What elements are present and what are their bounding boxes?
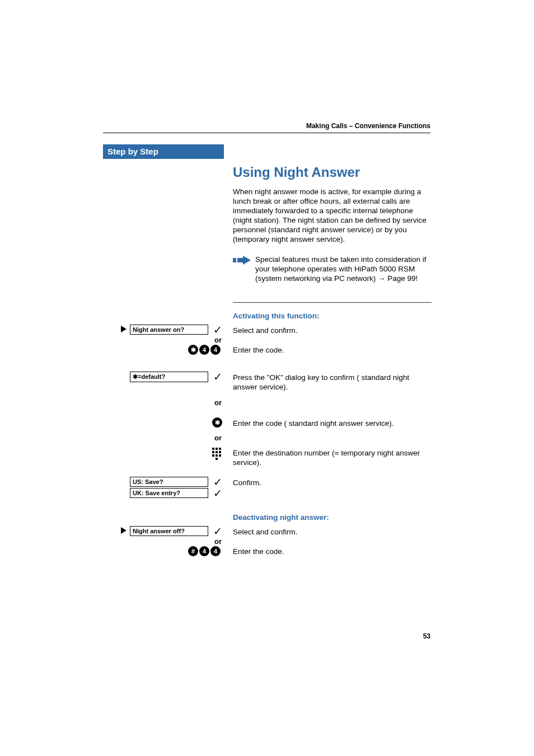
or-label-2: or (214, 398, 222, 407)
check-icon: ✓ (213, 477, 222, 487)
key-sequence-hash-4-4: # 4 4 (188, 546, 221, 556)
running-header: Making Calls – Convenience Functions (306, 122, 430, 130)
or-label-1: or (214, 336, 222, 344)
header-rule (103, 133, 430, 133)
svg-marker-2 (243, 256, 251, 265)
key-4: 4 (199, 345, 209, 355)
svg-marker-4 (121, 527, 127, 534)
key-4: 4 (210, 345, 221, 355)
section-title: Using Night Answer (233, 165, 360, 180)
text-select-confirm-1: Select and confirm. (233, 326, 432, 335)
text-select-confirm-2: Select and confirm. (233, 527, 432, 537)
check-icon: ✓ (213, 325, 222, 335)
text-press-ok: Press the "OK" dialog key to confirm ( s… (233, 373, 432, 392)
text-enter-code-standard: Enter the code ( standard night answer s… (233, 419, 432, 428)
note-box: Special features must be taken into cons… (233, 255, 432, 283)
check-icon: ✓ (213, 488, 222, 499)
page-number: 53 (423, 632, 430, 640)
activating-heading: Activating this function: (233, 312, 320, 320)
note-arrow-icon (233, 256, 251, 265)
key-star: ✱ (188, 345, 198, 355)
or-label-3: or (214, 434, 222, 442)
svg-marker-3 (121, 326, 127, 332)
deactivating-heading: Deactivating night answer: (233, 513, 329, 522)
display-us-save: US: Save? (130, 477, 208, 487)
text-enter-destination: Enter the destination number (= temporar… (233, 448, 432, 467)
display-uk-save: UK: Save entry? (130, 488, 208, 498)
svg-rect-0 (233, 258, 236, 262)
step-by-step-banner: Step by Step (103, 144, 224, 159)
key-4: 4 (199, 546, 209, 556)
display-default: ✱=default? (130, 372, 208, 382)
cursor-icon (121, 527, 127, 534)
cursor-icon (121, 326, 127, 332)
svg-rect-1 (237, 258, 243, 262)
or-label-4: or (214, 537, 222, 546)
key-star: ✱ (212, 417, 222, 428)
intro-paragraph: When night answer mode is active, for ex… (233, 187, 432, 244)
text-enter-code-1: Enter the code. (233, 345, 432, 355)
keypad-icon (212, 448, 221, 460)
check-icon: ✓ (213, 372, 222, 382)
key-star-single: ✱ (212, 417, 222, 428)
check-icon: ✓ (213, 526, 222, 537)
text-confirm: Confirm. (233, 478, 432, 487)
text-enter-code-2: Enter the code. (233, 547, 432, 556)
display-night-answer-on: Night answer on? (130, 325, 208, 335)
key-sequence-star-4-4: ✱ 4 4 (188, 345, 221, 355)
key-4: 4 (210, 546, 221, 556)
key-hash: # (188, 546, 198, 556)
note-rule (233, 302, 432, 303)
note-text: Special features must be taken into cons… (255, 255, 432, 283)
display-night-answer-off: Night answer off? (130, 526, 208, 536)
